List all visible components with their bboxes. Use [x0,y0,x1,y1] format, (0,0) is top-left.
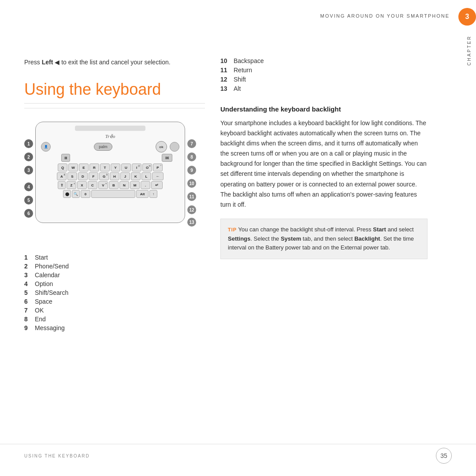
tip-text: You can change the backlight shut-off in… [228,226,414,251]
callout-4: 4 [24,182,33,191]
key-space [91,190,135,198]
callout-8: 8 [187,152,196,161]
phone-speaker [75,126,145,131]
intro-paragraph: Press Left ◀ to exit the list and cancel… [24,57,205,67]
key-n: N [119,181,129,189]
item-num-3: 3 [24,271,31,279]
item-label-9: Messaging [35,324,65,331]
end-btn [170,142,179,152]
key-a: A& [57,172,67,180]
key-row-2: A& S D F G$ H J K L ← [39,172,181,180]
key-option: ⬤ [63,190,71,198]
keyboard-labels-list: 1Start 2Phone/Send 3Calendar 4Option 5Sh… [24,254,205,333]
item-num-8: 8 [24,316,31,323]
phone-body: Trẽo 👤 palm ok ⊞ ✉ [35,122,185,223]
key-t: T [100,164,110,171]
top-button-row: 👤 palm ok [36,141,185,152]
item-num-2: 2 [24,263,31,270]
item-label-1: Start [35,254,48,261]
callout-13: 13 [187,218,196,227]
key-d: D [78,172,88,180]
list-item: 11Return [220,67,428,74]
list-item: 2Phone/Send [24,263,205,270]
section-divider [24,108,205,108]
key-y: Y [111,164,120,171]
key-u: U [121,164,131,171]
body-text-backlight: Your smartphone includes a keyboard back… [220,118,428,210]
key-enter: ↵ [151,181,163,189]
key-w: W [68,164,78,171]
footer-text: USING THE KEYBOARD [24,454,90,458]
list-item: 1Start [24,254,205,261]
list-item: 4Option [24,280,205,287]
envelope-btn: ✉ [162,154,172,162]
page-number-badge: 35 [436,448,452,464]
item-num-9: 9 [24,324,31,331]
key-shift-left: ⇧ [58,181,66,189]
key-b: B [109,181,119,189]
callout-1: 1 [24,139,33,148]
item-label-3: Calendar [35,271,60,279]
key-x: X [77,181,87,189]
key-l: L [141,172,151,180]
callout-2: 2 [24,152,33,161]
item-label-4: Option [35,280,53,287]
item-label-5: Shift/Search [35,289,68,296]
grid-btn: ⊞ [61,154,70,162]
right-column: 10Backspace 11Return 12Shift 13Alt Under… [220,57,454,259]
callout-9: 9 [187,166,196,175]
tip-label: TIP [228,227,237,232]
item-num-10: 10 [220,57,229,64]
key-h: H [110,172,119,180]
page-footer: USING THE KEYBOARD 35 [0,444,476,464]
item-num-11: 11 [220,67,229,74]
tip-bold-system: System [281,235,301,242]
tip-bold-settings: Settings [228,235,250,242]
list-item: 13Alt [220,85,428,92]
key-i: I@ [132,164,141,171]
callout-5: 5 [24,196,33,205]
item-num-12: 12 [220,76,229,83]
chapter-vertical-label: CHAPTER [467,35,472,66]
key-f: F [89,172,98,180]
chapter-badge: 3 [458,8,476,26]
item-label-13: Alt [234,85,241,92]
item-num-4: 4 [24,280,31,287]
callout-12: 12 [187,205,196,214]
item-num-6: 6 [24,298,31,305]
key-row-4: ⬤ 🔍 0 Alt ↑ [39,190,181,198]
key-c: C [88,181,97,189]
item-label-8: End [35,316,46,323]
subsection-title: Understanding the keyboard backlight [220,105,428,113]
key-alt: Alt [136,190,149,198]
list-item: 8End [24,316,205,323]
key-p: P* [153,164,163,171]
key-row-1: Q W E R T Y U I@ Om P* [39,164,181,171]
key-s: S [67,172,77,180]
key-e: E [79,164,89,171]
brand-label: Trẽo [36,134,185,139]
list-item: 3Calendar [24,271,205,279]
key-r: R [89,164,99,171]
list-item: 12Shift [220,76,428,83]
list-item: 5Shift/Search [24,289,205,296]
item-label-12: Shift [234,76,246,83]
list-item: 7OK [24,307,205,314]
list-item: 10Backspace [220,57,428,64]
item-label-7: OK [35,307,44,314]
item-num-13: 13 [220,85,229,92]
numbered-items-right: 10Backspace 11Return 12Shift 13Alt [220,57,428,92]
key-0: 0 [81,190,90,198]
tip-box: TIP You can change the backlight shut-of… [220,219,428,259]
list-item: 9Messaging [24,324,205,331]
callout-10: 10 [187,179,196,188]
key-q: Q [58,164,67,171]
item-num-1: 1 [24,254,31,261]
keyboard-diagram: 1 2 3 4 5 6 7 8 9 10 11 12 13 Trẽo 👤 pal… [24,117,196,245]
item-label-10: Backspace [234,57,264,64]
section-title: Using the keyboard [24,80,205,104]
key-k: K [131,172,141,180]
mid-button-row: ⊞ ✉ [36,154,185,162]
callout-11: 11 [187,192,196,201]
key-period: . [141,181,150,189]
